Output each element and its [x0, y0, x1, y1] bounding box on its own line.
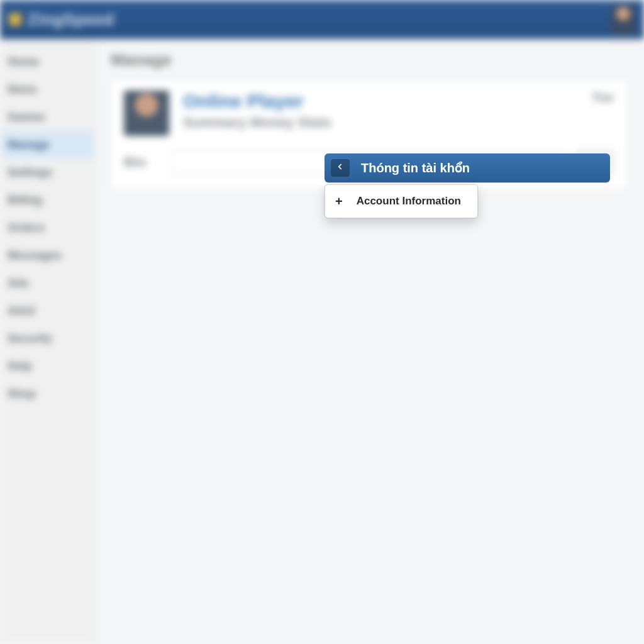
brand-text: ZingSpeed	[28, 10, 114, 30]
sidebar-item-1[interactable]: News	[0, 75, 94, 103]
sidebar-item-10[interactable]: Security	[0, 325, 94, 352]
overlay-header[interactable]: Thóng tin tài khổn	[325, 153, 610, 182]
back-button[interactable]	[331, 159, 350, 177]
sidebar-item-11[interactable]: Help	[0, 352, 94, 380]
main-content: Manage Online Player Summary Money Stats…	[94, 39, 644, 644]
sidebar-item-3[interactable]: Manage	[0, 131, 94, 158]
profile-name: Online Player	[183, 91, 331, 112]
menu-item-label: Account Information	[357, 195, 461, 208]
sidebar-item-2[interactable]: Games	[0, 103, 94, 131]
topbar: ZingSpeed	[0, 0, 644, 39]
plus-icon: +	[335, 195, 343, 208]
menu-item-account-information[interactable]: + Account Information	[325, 189, 477, 214]
profile-subtitle: Summary Money Stats	[183, 114, 331, 131]
sidebar-item-9[interactable]: Ads2	[0, 297, 94, 325]
arrow-left-icon	[336, 162, 345, 174]
sidebar-item-5[interactable]: Billing	[0, 186, 94, 214]
sidebar-item-4[interactable]: Settings	[0, 158, 94, 186]
blurred-background: ZingSpeed Home News Games Manage Setting…	[0, 0, 644, 644]
sidebar-item-12[interactable]: Shop	[0, 380, 94, 408]
overlay-title: Thóng tin tài khổn	[361, 160, 470, 175]
sidebar-item-6[interactable]: Orders	[0, 214, 94, 242]
dropdown-menu: + Account Information	[325, 184, 478, 218]
profile-right-label: Tier	[592, 91, 614, 105]
bio-field-label: Bio	[124, 154, 159, 170]
brand-badge-icon	[9, 13, 21, 26]
sidebar-item-8[interactable]: Ads	[0, 269, 94, 297]
sidebar: Home News Games Manage Settings Billing …	[0, 39, 94, 644]
profile-picture[interactable]	[124, 91, 169, 136]
dropdown-overlay: Thóng tin tài khổn + Account Information	[325, 153, 610, 218]
page-title: Manage	[111, 50, 628, 70]
user-avatar[interactable]	[611, 5, 635, 34]
sidebar-item-0[interactable]: Home	[0, 48, 94, 75]
sidebar-item-7[interactable]: Messages	[0, 242, 94, 269]
